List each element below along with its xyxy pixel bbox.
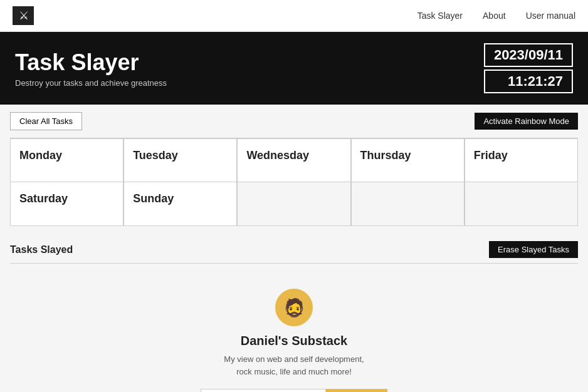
- day-cell-wednesday[interactable]: Wednesday: [237, 138, 350, 182]
- app-header: Task Slayer Destroy your tasks and achie…: [0, 32, 588, 105]
- nav-link-about[interactable]: About: [483, 11, 506, 21]
- empty-cell-3: [465, 182, 578, 226]
- promo-description: My view on web and self development, roc…: [10, 353, 578, 378]
- header-left: Task Slayer Destroy your tasks and achie…: [15, 49, 167, 88]
- weekend-grid: Saturday Sunday: [10, 182, 578, 226]
- day-label-monday: Monday: [19, 149, 62, 162]
- nav-link-usermanual[interactable]: User manual: [526, 11, 575, 21]
- day-label-thursday: Thursday: [360, 149, 411, 162]
- app-subtitle: Destroy your tasks and achieve greatness: [15, 78, 167, 88]
- clear-all-tasks-button[interactable]: Clear All Tasks: [10, 112, 82, 130]
- logo-image: ⚔: [13, 6, 34, 25]
- promo-title: Daniel's Substack: [10, 334, 578, 348]
- rainbow-mode-button[interactable]: Activate Rainbow Mode: [475, 113, 578, 130]
- day-cell-thursday[interactable]: Thursday: [351, 138, 465, 182]
- tasks-slayed-title: Tasks Slayed: [10, 244, 73, 255]
- day-cell-saturday[interactable]: Saturday: [10, 182, 123, 226]
- day-cell-sunday[interactable]: Sunday: [123, 182, 237, 226]
- day-cell-tuesday[interactable]: Tuesday: [123, 138, 237, 182]
- navbar: ⚔ Task Slayer About User manual: [0, 0, 588, 32]
- erase-slayed-tasks-button[interactable]: Erase Slayed Tasks: [489, 241, 578, 258]
- avatar-emoji: 🧔: [283, 297, 305, 318]
- current-date: 2023/09/11: [484, 43, 573, 67]
- day-label-saturday: Saturday: [19, 192, 68, 205]
- weekdays-grid: Monday Tuesday Wednesday Thursday Friday: [10, 138, 578, 182]
- promo-desc-line1: My view on web and self development,: [224, 354, 364, 364]
- day-label-wednesday: Wednesday: [246, 149, 309, 162]
- tasks-slayed-section: Tasks Slayed Erase Slayed Tasks: [10, 241, 578, 264]
- tasks-slayed-header: Tasks Slayed Erase Slayed Tasks: [10, 241, 578, 264]
- empty-cell-2: [351, 182, 465, 226]
- app-title: Task Slayer: [15, 49, 167, 76]
- day-cell-monday[interactable]: Monday: [10, 138, 123, 182]
- day-label-sunday: Sunday: [133, 192, 174, 205]
- day-label-friday: Friday: [474, 149, 508, 162]
- nav-link-taskslayer[interactable]: Task Slayer: [417, 11, 463, 21]
- promo-desc-line2: rock music, life and much more!: [236, 367, 352, 376]
- subscribe-form: Subscribe: [10, 389, 578, 392]
- empty-cell-1: [237, 182, 350, 226]
- day-cell-friday[interactable]: Friday: [465, 138, 578, 182]
- nav-logo: ⚔: [13, 6, 34, 25]
- promo-section: 🧔 Daniel's Substack My view on web and s…: [0, 264, 588, 392]
- current-time: 11:21:27: [484, 70, 573, 93]
- subscribe-button[interactable]: Subscribe: [326, 389, 388, 392]
- header-right: 2023/09/11 11:21:27: [484, 43, 573, 93]
- email-input[interactable]: [201, 389, 326, 392]
- avatar: 🧔: [275, 289, 313, 326]
- day-label-tuesday: Tuesday: [133, 149, 178, 162]
- sword-icon: ⚔: [19, 9, 28, 23]
- toolbar: Clear All Tasks Activate Rainbow Mode: [0, 105, 588, 138]
